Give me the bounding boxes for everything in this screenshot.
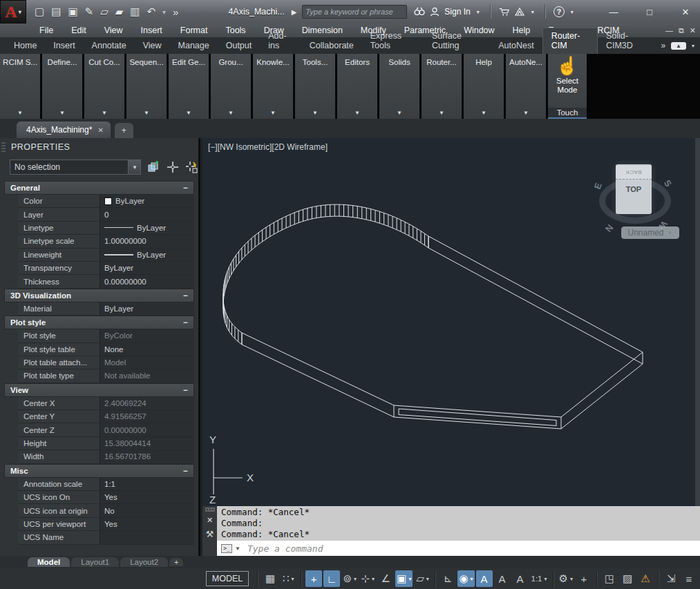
- sign-in-button[interactable]: Sign In: [444, 7, 470, 17]
- help-dropdown-icon[interactable]: ▾: [571, 9, 574, 15]
- window-close-button[interactable]: ✕: [677, 7, 694, 17]
- ribbon-tab-manage[interactable]: Manage: [170, 38, 218, 54]
- ribbon-tab-addins[interactable]: Add-ins: [260, 28, 301, 54]
- grid-toggle-icon[interactable]: ▦: [262, 570, 278, 587]
- cart-icon[interactable]: [499, 7, 510, 17]
- menu-insert[interactable]: Insert: [132, 26, 171, 35]
- performance-warning-icon[interactable]: ⚠: [637, 570, 654, 587]
- collapse-icon[interactable]: −: [183, 291, 188, 300]
- isometric-drafting-icon[interactable]: ⊹▾: [359, 570, 376, 587]
- ribbon-tab-express-tools[interactable]: Express Tools: [362, 28, 424, 54]
- command-grip[interactable]: [205, 508, 215, 512]
- ribbon-more-tabs-icon[interactable]: »: [661, 41, 665, 50]
- ribbon-collapse-dropdown-icon[interactable]: ▾: [692, 43, 694, 49]
- menu-format[interactable]: Format: [171, 26, 217, 35]
- panel-solids[interactable]: Solids▼: [379, 54, 419, 119]
- clean-screen-icon[interactable]: ⇲: [663, 570, 679, 587]
- panel-flyout-icon[interactable]: ▼: [144, 110, 149, 116]
- ribbon-tab-annotate[interactable]: Annotate: [84, 38, 135, 54]
- panel-autone[interactable]: AutoNe...▼: [506, 54, 546, 119]
- ribbon-tab-output[interactable]: Output: [218, 38, 261, 54]
- compass-north[interactable]: N: [603, 222, 616, 234]
- compass-east[interactable]: E: [592, 182, 604, 191]
- panel-editors[interactable]: Editors▼: [337, 54, 377, 119]
- panel-router[interactable]: Router...▼: [422, 54, 462, 119]
- object-snap-tracking-icon[interactable]: ∠: [377, 570, 394, 587]
- viewcube-back-face[interactable]: BACK: [616, 166, 652, 180]
- select-objects-icon[interactable]: [166, 160, 180, 174]
- ribbon-collapse-button[interactable]: ▲: [671, 42, 686, 50]
- menu-file[interactable]: File: [30, 26, 62, 35]
- annotation-scale-icon[interactable]: A: [512, 570, 529, 587]
- help-search-input[interactable]: Type a keyword or phrase: [302, 5, 407, 19]
- select-mode-hand-icon[interactable]: ☝: [556, 55, 578, 77]
- tab-layout2[interactable]: Layout2: [120, 557, 168, 567]
- command-wrench-icon[interactable]: ⚒: [206, 529, 214, 539]
- panel-rcim-s[interactable]: RCIM S...▼: [0, 54, 40, 119]
- menu-dimension[interactable]: Dimension: [293, 26, 352, 35]
- new-drawing-tab-button[interactable]: +: [115, 123, 133, 138]
- window-maximize-button[interactable]: □: [641, 7, 659, 17]
- recent-commands-icon[interactable]: ▼: [235, 545, 240, 552]
- save-icon[interactable]: ▣: [68, 6, 77, 18]
- a360-dropdown-icon[interactable]: ▾: [531, 9, 534, 15]
- open-icon[interactable]: ▤: [51, 6, 61, 18]
- panel-flyout-icon[interactable]: ▼: [228, 110, 234, 116]
- panel-flyout-icon[interactable]: ▼: [270, 110, 276, 116]
- window-minimize-button[interactable]: —: [605, 7, 623, 17]
- title-expand-icon[interactable]: ▶: [292, 8, 297, 16]
- file-tab-close-icon[interactable]: ✕: [97, 126, 103, 134]
- annotation-scale-value[interactable]: 1:1▾: [530, 570, 549, 587]
- object-snap-icon[interactable]: ▣▾: [395, 570, 413, 587]
- viewport-controls-label[interactable]: [−][NW Isometric][2D Wireframe]: [208, 142, 328, 152]
- dynamic-ucs-icon[interactable]: ⊾: [439, 570, 456, 587]
- annotation-visibility-icon[interactable]: A: [476, 570, 493, 587]
- panel-flyout-icon[interactable]: ▼: [102, 110, 107, 116]
- panel-flyout-icon[interactable]: ▼: [439, 110, 444, 116]
- new-icon[interactable]: ▢: [35, 6, 44, 18]
- snap-toggle-icon[interactable]: ∷▾: [280, 570, 296, 587]
- workspace-gear-icon[interactable]: ⚙▾: [558, 570, 574, 587]
- panel-flyout-icon[interactable]: ▼: [59, 110, 65, 116]
- object-snap-3d-icon[interactable]: ▱▾: [414, 570, 431, 587]
- tab-layout1[interactable]: Layout1: [71, 557, 119, 567]
- panel-flyout-icon[interactable]: ▼: [17, 110, 23, 116]
- panel-flyout-icon[interactable]: ▼: [523, 110, 529, 116]
- ribbon-tab-surface-cutting[interactable]: Surface Cutting: [424, 28, 490, 54]
- graphics-performance-icon[interactable]: ▨: [619, 570, 636, 587]
- tab-model[interactable]: Model: [28, 557, 70, 567]
- menu-edit[interactable]: Edit: [62, 26, 95, 35]
- sign-in-dropdown-icon[interactable]: ▾: [477, 9, 480, 15]
- menu-view[interactable]: View: [95, 26, 132, 35]
- model-space-button[interactable]: MODEL: [206, 571, 249, 586]
- binoculars-icon[interactable]: [414, 7, 425, 17]
- help-icon[interactable]: ?: [554, 6, 565, 17]
- ribbon-tab-collaborate[interactable]: Collaborate: [301, 38, 362, 54]
- annotation-monitor-icon[interactable]: +: [576, 570, 592, 587]
- ribbon-tab-router-cim[interactable]: Router-CIM: [542, 28, 598, 54]
- autoscale-icon[interactable]: A: [494, 570, 511, 587]
- panel-flyout-icon[interactable]: ▼: [312, 110, 318, 116]
- command-close-icon[interactable]: ✕: [207, 516, 213, 525]
- panel-knowle[interactable]: Knowle...▼: [253, 54, 293, 119]
- selection-dropdown-arrow-icon[interactable]: ▼: [128, 160, 140, 174]
- viewcube-cube[interactable]: BACK TOP: [616, 164, 652, 214]
- ribbon-tab-insert[interactable]: Insert: [45, 38, 83, 54]
- select-mode-button[interactable]: SelectMode: [556, 77, 578, 95]
- undo-icon[interactable]: ↶: [146, 6, 155, 18]
- canvas-scrollbar[interactable]: [695, 138, 700, 506]
- ribbon-tab-solid-cim3d[interactable]: Solid-CIM3D: [598, 28, 655, 54]
- a360-icon[interactable]: [514, 7, 525, 17]
- ribbon-tab-autonest[interactable]: AutoNest: [490, 38, 542, 54]
- section-general[interactable]: General−: [4, 181, 194, 195]
- drawing-canvas[interactable]: Y X Z [−][NW Isometric][2D Wireframe] E …: [202, 138, 700, 506]
- section-3d-visualization[interactable]: 3D Visualization−: [4, 289, 194, 302]
- panel-flyout-icon[interactable]: ▼: [397, 110, 402, 116]
- collapse-icon[interactable]: −: [183, 467, 188, 475]
- dynamic-input-toggle-icon[interactable]: +: [305, 570, 322, 587]
- customization-menu-icon[interactable]: ≡: [681, 570, 697, 587]
- quick-select-icon[interactable]: [185, 160, 198, 174]
- ribbon-tab-home[interactable]: Home: [6, 38, 45, 54]
- section-plot-style[interactable]: Plot style−: [4, 316, 194, 329]
- polar-tracking-icon[interactable]: ⊚▾: [341, 570, 358, 587]
